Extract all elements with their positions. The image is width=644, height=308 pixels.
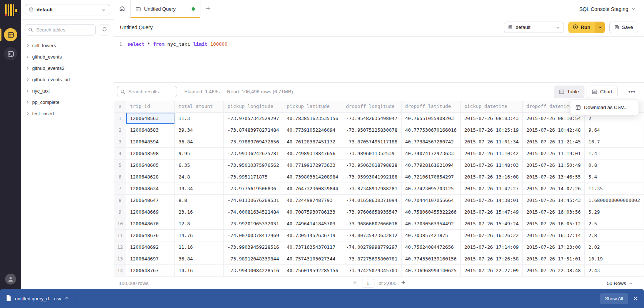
table-cell[interactable]: -73.87057495117188: [342, 136, 401, 147]
chart-view-button[interactable]: Chart: [587, 86, 618, 98]
table-cell[interactable]: 2015-07-26 16:03:56: [523, 206, 585, 218]
table-cell[interactable]: -73.97889709472656: [224, 136, 283, 147]
table-cell[interactable]: -74.00735473632812: [342, 229, 401, 241]
table-cell[interactable]: -73.96866607666016: [342, 218, 401, 229]
table-cell[interactable]: 39.34: [175, 124, 224, 136]
sidebar-item-github_events_url[interactable]: github_events_url: [21, 74, 114, 85]
nav-console[interactable]: [0, 44, 21, 63]
table-cell[interactable]: 40.77199172973633: [283, 159, 342, 171]
table-cell[interactable]: 11.35: [585, 183, 644, 194]
table-cell[interactable]: 40.736968994140625: [401, 264, 460, 276]
database-selector[interactable]: default: [25, 4, 110, 15]
table-cell[interactable]: -73.87483978271484: [224, 124, 283, 136]
new-tab-button[interactable]: [200, 0, 216, 18]
search-tables-input[interactable]: [25, 24, 96, 35]
table-cell[interactable]: -73.9775619506836: [224, 183, 283, 194]
table-cell[interactable]: -74.01658630371094: [342, 194, 401, 206]
rows-per-page-selector[interactable]: 50 Rows: [607, 281, 633, 286]
table-cell[interactable]: -74.00700378417969: [224, 229, 283, 241]
sidebar-item-github_events[interactable]: github_events: [21, 51, 114, 63]
table-cell[interactable]: 40.74989318847656: [283, 147, 342, 159]
table-cell[interactable]: 2015-07-26 15:47:49: [460, 206, 523, 218]
table-cell[interactable]: 1200648692: [126, 241, 175, 253]
table-cell[interactable]: 36.84: [175, 253, 224, 264]
show-all-downloads-button[interactable]: Show All: [600, 293, 628, 304]
table-view-button[interactable]: Table: [554, 86, 584, 98]
table-cell[interactable]: 1.4: [585, 147, 644, 159]
table-cell[interactable]: 23.16: [175, 206, 224, 218]
table-cell[interactable]: 40.70875930786133: [283, 206, 342, 218]
table-cell[interactable]: 1200648670: [126, 218, 175, 229]
table-cell[interactable]: 40.73716354370117: [283, 241, 342, 253]
table-cell[interactable]: 40.777530670166016: [401, 124, 460, 136]
home-button[interactable]: [114, 0, 130, 18]
table-cell[interactable]: 2015-07-26 14:45:43: [523, 194, 585, 206]
table-cell[interactable]: -73.97057342529297: [224, 112, 283, 124]
table-cell[interactable]: 40.77391052246094: [283, 124, 342, 136]
table-cell[interactable]: 1200648598: [126, 147, 175, 159]
table-cell[interactable]: 14.16: [175, 264, 224, 276]
table-cell[interactable]: 2015-07-26 16:26:22: [460, 229, 523, 241]
table-cell[interactable]: 8.8: [175, 194, 224, 206]
table-cell[interactable]: 1200648647: [126, 194, 175, 206]
table-cell[interactable]: 2015-07-26 17:14:09: [460, 241, 523, 253]
user-avatar[interactable]: [5, 274, 16, 285]
run-button[interactable]: Run: [568, 22, 595, 33]
table-cell[interactable]: 40.783851623535156: [283, 112, 342, 124]
sql-editor[interactable]: 1 select * from nyc_taxi limit 100000: [114, 37, 644, 82]
table-cell[interactable]: 2015-07-26 11:19:01: [523, 147, 585, 159]
search-results-input[interactable]: [117, 86, 177, 97]
more-options-button[interactable]: •••: [625, 86, 639, 98]
refresh-tables-button[interactable]: [99, 24, 110, 35]
table-cell[interactable]: 2015-07-26 11:10:42: [460, 147, 523, 159]
nav-tables[interactable]: [0, 25, 21, 44]
table-cell[interactable]: -73.99430084228516: [224, 264, 283, 276]
table-cell[interactable]: 40.77928161621094: [401, 159, 460, 171]
table-cell[interactable]: -73.95010375976562: [224, 159, 283, 171]
table-cell[interactable]: 10.19: [585, 253, 644, 264]
table-cell[interactable]: 1200648563: [126, 112, 175, 124]
table-cell[interactable]: 2.02: [585, 241, 644, 253]
table-cell[interactable]: 36.84: [175, 136, 224, 147]
table-cell[interactable]: 1200648628: [126, 171, 175, 183]
table-cell[interactable]: 2015-07-26 13:46:55: [523, 171, 585, 183]
column-header-total_amount[interactable]: total_amount: [175, 101, 224, 112]
table-cell[interactable]: 40.74964141845703: [283, 218, 342, 229]
column-header-trip_id[interactable]: trip_id: [126, 101, 175, 112]
downloaded-file-chip[interactable]: untitled query_d....csv: [0, 289, 76, 308]
column-header-dropoff_latitude[interactable]: dropoff_latitude: [401, 101, 460, 112]
table-cell[interactable]: 5.29: [585, 206, 644, 218]
table-cell[interactable]: 40.77384567260742: [401, 136, 460, 147]
table-cell[interactable]: 6.35: [175, 159, 224, 171]
table-cell[interactable]: 2015-07-26 11:21:45: [523, 136, 585, 147]
table-cell[interactable]: 40.764732360839844: [283, 183, 342, 194]
table-cell[interactable]: -73.95075225830078: [342, 124, 401, 136]
query-database-selector[interactable]: default: [504, 22, 564, 33]
clickhouse-logo-icon[interactable]: [4, 3, 17, 19]
workspace-selector[interactable]: SQL Console Staging: [579, 0, 644, 18]
table-cell[interactable]: 24.8: [175, 171, 224, 183]
table-cell[interactable]: -73.95482635498047: [342, 112, 401, 124]
close-download-bar-button[interactable]: [633, 296, 638, 301]
sidebar-item-nyc_taxi[interactable]: nyc_taxi: [21, 85, 114, 97]
table-cell[interactable]: -74.01130676269531: [224, 194, 283, 206]
table-cell[interactable]: 2015-07-26 11:48:03: [460, 159, 523, 171]
sidebar-item-cell_towers[interactable]: cell_towers: [21, 40, 114, 51]
table-cell[interactable]: -73.97606658935547: [342, 206, 401, 218]
table-cell[interactable]: 40.7244987487793: [283, 194, 342, 206]
table-cell[interactable]: 11.3: [175, 112, 224, 124]
table-cell[interactable]: -73.87348937988281: [342, 183, 401, 194]
table-cell[interactable]: 2015-07-26 14:07:26: [523, 183, 585, 194]
table-cell[interactable]: 2015-07-26 16:37:14: [523, 229, 585, 241]
table-cell[interactable]: 1200648594: [126, 136, 175, 147]
table-cell[interactable]: -73.98912048339844: [224, 253, 283, 264]
page-number-input[interactable]: 1: [362, 279, 374, 288]
table-cell[interactable]: 2015-07-26 13:42:27: [460, 183, 523, 194]
table-cell[interactable]: 14.76: [175, 229, 224, 241]
table-cell[interactable]: 40.76551055908203: [401, 112, 460, 124]
table-cell[interactable]: 2015-07-26 17:26:58: [460, 253, 523, 264]
table-cell[interactable]: 1.6800000000000002: [585, 194, 644, 206]
table-cell[interactable]: -73.95063018798828: [342, 159, 401, 171]
table-cell[interactable]: 2015-07-26 17:23:00: [523, 241, 585, 253]
table-cell[interactable]: 40.76128387451172: [283, 136, 342, 147]
